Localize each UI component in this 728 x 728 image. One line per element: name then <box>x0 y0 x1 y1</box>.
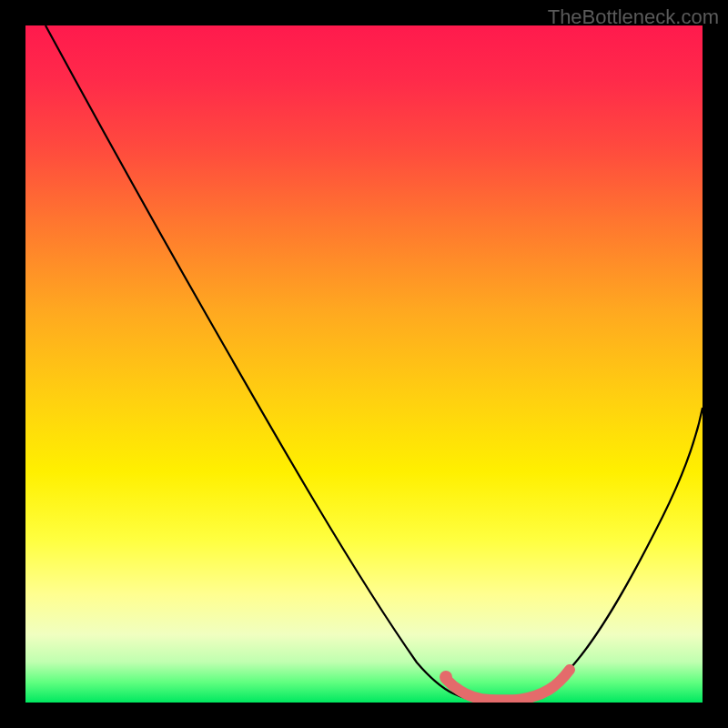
bottleneck-curve-svg <box>25 25 703 703</box>
bottleneck-curve-path <box>46 25 703 701</box>
chart-plot-area <box>25 25 703 703</box>
highlight-start-dot <box>440 671 452 683</box>
optimal-range-highlight <box>446 670 570 700</box>
watermark-text: TheBottleneck.com <box>548 5 719 29</box>
